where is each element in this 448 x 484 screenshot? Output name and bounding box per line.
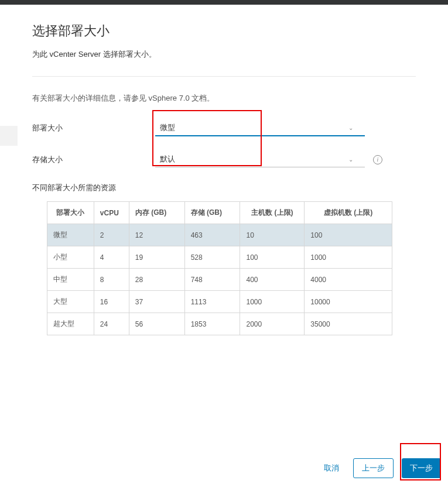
cell-vms: 10000	[305, 291, 392, 313]
chevron-down-icon: ⌄	[348, 125, 353, 131]
col-memory: 内存 (GB)	[129, 202, 184, 224]
deploy-size-select[interactable]: 微型 ⌄	[155, 120, 365, 136]
resource-table: 部署大小 vCPU 内存 (GB) 存储 (GB) 主机数 (上限) 虚拟机数 …	[47, 201, 392, 335]
table-row[interactable]: 中型8287484004000	[47, 269, 392, 291]
deploy-size-row: 部署大小 微型 ⌄	[32, 120, 416, 136]
cell-vcpu: 2	[94, 224, 129, 246]
col-vcpu: vCPU	[94, 202, 129, 224]
resources-section-title: 不同部署大小所需的资源	[32, 183, 416, 193]
cell-size: 微型	[47, 224, 94, 246]
back-button[interactable]: 上一步	[353, 458, 394, 478]
cell-storage: 528	[184, 246, 240, 269]
storage-size-value: 默认	[160, 154, 175, 164]
cell-vcpu: 4	[94, 246, 129, 269]
cell-hosts: 2000	[240, 313, 305, 335]
col-vms: 虚拟机数 (上限)	[305, 202, 392, 224]
storage-size-select[interactable]: 默认 ⌄	[155, 152, 365, 167]
cell-size: 超大型	[47, 313, 94, 335]
cell-size: 中型	[47, 269, 94, 291]
storage-size-row: 存储大小 默认 ⌄ i	[32, 152, 416, 167]
deploy-size-label: 部署大小	[32, 123, 155, 133]
cell-storage: 463	[184, 224, 240, 246]
divider	[32, 76, 416, 77]
cell-vms: 35000	[305, 313, 392, 335]
info-icon[interactable]: i	[373, 155, 382, 164]
cell-size: 大型	[47, 291, 94, 313]
cell-vms: 4000	[305, 269, 392, 291]
col-storage: 存储 (GB)	[184, 202, 240, 224]
table-header-row: 部署大小 vCPU 内存 (GB) 存储 (GB) 主机数 (上限) 虚拟机数 …	[47, 202, 392, 224]
page-title: 选择部署大小	[32, 22, 416, 40]
table-row[interactable]: 超大型24561853200035000	[47, 313, 392, 335]
deploy-size-value: 微型	[160, 122, 175, 133]
chevron-down-icon: ⌄	[348, 156, 353, 163]
cancel-button[interactable]: 取消	[318, 458, 345, 478]
footer-buttons: 取消 上一步 下一步	[318, 458, 441, 478]
cell-hosts: 10	[240, 224, 305, 246]
cell-vms: 1000	[305, 246, 392, 269]
cell-memory: 56	[129, 313, 184, 335]
cell-hosts: 1000	[240, 291, 305, 313]
cell-vcpu: 16	[94, 291, 129, 313]
cell-memory: 19	[129, 246, 184, 269]
table-row[interactable]: 微型21246310100	[47, 224, 392, 246]
cell-hosts: 100	[240, 246, 305, 269]
cell-vcpu: 8	[94, 269, 129, 291]
col-hosts: 主机数 (上限)	[240, 202, 305, 224]
col-size: 部署大小	[47, 202, 94, 224]
cell-size: 小型	[47, 246, 94, 269]
top-bar	[0, 0, 448, 5]
next-button[interactable]: 下一步	[402, 458, 441, 478]
cell-hosts: 400	[240, 269, 305, 291]
cell-storage: 1853	[184, 313, 240, 335]
cell-memory: 37	[129, 291, 184, 313]
cell-storage: 748	[184, 269, 240, 291]
storage-size-label: 存储大小	[32, 155, 155, 165]
cell-memory: 28	[129, 269, 184, 291]
table-row[interactable]: 大型16371113100010000	[47, 291, 392, 313]
page-subtitle: 为此 vCenter Server 选择部署大小。	[32, 49, 416, 60]
cell-vms: 100	[305, 224, 392, 246]
info-text: 有关部署大小的详细信息，请参见 vSphere 7.0 文档。	[32, 93, 416, 104]
cell-storage: 1113	[184, 291, 240, 313]
cell-vcpu: 24	[94, 313, 129, 335]
cell-memory: 12	[129, 224, 184, 246]
table-row[interactable]: 小型4195281001000	[47, 246, 392, 269]
